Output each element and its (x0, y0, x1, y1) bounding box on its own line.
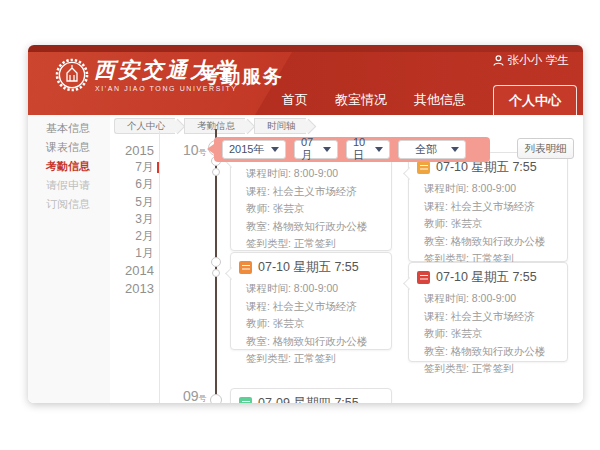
timeline-node (212, 168, 220, 176)
list-detail-button[interactable]: 列表明细 (517, 138, 574, 159)
card-body: 课程时间: 8:00-9:00 课程: 社会主义市场经济 教师: 张芸京 教室:… (409, 178, 567, 274)
breadcrumb-timeline[interactable]: 时间轴 (254, 118, 306, 134)
user-role: 学生 (546, 53, 569, 68)
nav-item-other-info[interactable]: 其他信息 (414, 85, 466, 115)
user-menu[interactable]: 张小小 学生 (493, 53, 570, 68)
timeline-month[interactable]: 7月 (112, 159, 154, 176)
sidebar-item-schedule-info[interactable]: 课表信息 (46, 140, 90, 155)
timeline-month[interactable]: 2月 (112, 228, 154, 245)
sidebar-item-basic-info[interactable]: 基本信息 (46, 121, 90, 136)
banner-top-strip (28, 45, 583, 52)
breadcrumb-personal-center[interactable]: 个人中心 (114, 118, 175, 134)
page-background: 西安交通大学 XI'AN JIAO TONG UNIVERSITY 考勤服务 张… (0, 0, 600, 450)
timeline-node (210, 394, 222, 403)
timeline-year-month-list: 2015 7月 6月 5月 3月 2月 1月 2014 2013 (112, 142, 154, 297)
day-marker-10: 10号 (183, 141, 207, 159)
chevron-down-icon (375, 147, 383, 152)
attendance-card: 07-10 星期五 7:55 课程时间: 8:00-9:00 课程: 社会主义市… (230, 252, 392, 350)
current-month-marker (157, 162, 159, 173)
content-area: 基本信息 课表信息 考勤信息 请假申请 订阅信息 个人中心 考勤信息 时间轴 2… (28, 115, 583, 403)
month-select[interactable]: 07月 (294, 140, 338, 159)
chevron-down-icon (271, 147, 279, 152)
user-icon (493, 55, 504, 66)
timeline-month[interactable]: 3月 (112, 211, 154, 228)
nav-tab-personal-center[interactable]: 个人中心 (493, 85, 577, 115)
day-marker-09: 09号 (183, 387, 207, 403)
nav-item-classrooms[interactable]: 教室情况 (335, 85, 387, 115)
year-select[interactable]: 2015年 (222, 140, 286, 159)
chevron-down-icon (451, 147, 459, 152)
card-header: 07-10 星期五 7:55 (409, 263, 567, 288)
main-nav: 首页 教室情况 其他信息 个人中心 (282, 85, 583, 115)
timeline-year[interactable]: 2013 (112, 280, 154, 297)
user-name: 张小小 (508, 53, 543, 68)
card-body: 课程时间: 8:00-9:00 课程: 社会主义市场经济 教师: 张芸京 教室:… (409, 288, 567, 384)
date-filter-bar: 2015年 07月 10日 全部 (214, 137, 490, 162)
type-select[interactable]: 全部 (398, 140, 466, 159)
university-logo-icon (55, 58, 89, 92)
timeline-month[interactable]: 1月 (112, 245, 154, 262)
app-title: 考勤服务 (200, 64, 284, 90)
nav-item-home[interactable]: 首页 (282, 85, 308, 115)
card-header: 07-10 星期五 7:55 (231, 253, 391, 278)
app-window: 西安交通大学 XI'AN JIAO TONG UNIVERSITY 考勤服务 张… (28, 45, 583, 403)
attendance-type-badge-icon (239, 397, 252, 403)
sidebar-item-attendance-info[interactable]: 考勤信息 (46, 159, 90, 174)
timeline-node (211, 257, 221, 267)
month-column-divider (159, 131, 160, 403)
attendance-card: 07-09 星期四 7:55 (230, 388, 392, 403)
timeline-month[interactable]: 6月 (112, 176, 154, 193)
timeline-node (212, 269, 220, 277)
sidebar-item-subscription-info[interactable]: 订阅信息 (46, 197, 90, 212)
attendance-card: 07-10 星期五 7:55 课程时间: 8:00-9:00 课程: 社会主义市… (408, 262, 568, 362)
card-body: 课程时间: 8:00-9:00 课程: 社会主义市场经济 教师: 张芸京 教室:… (231, 278, 391, 374)
card-header: 07-09 星期四 7:55 (231, 389, 391, 403)
timeline-year[interactable]: 2014 (112, 262, 154, 279)
chevron-down-icon (323, 147, 331, 152)
card-title: 07-10 星期五 7:55 (436, 269, 537, 286)
timeline-year[interactable]: 2015 (112, 142, 154, 159)
sidebar-item-leave-request[interactable]: 请假申请 (46, 178, 90, 193)
day-select[interactable]: 10日 (346, 140, 390, 159)
card-title: 07-09 星期四 7:55 (258, 395, 359, 403)
card-title: 07-10 星期五 7:55 (258, 259, 359, 276)
attendance-type-badge-icon (417, 271, 430, 284)
attendance-card: 07-10 星期五 7:55 课程时间: 8:00-9:00 课程: 社会主义市… (408, 152, 568, 262)
attendance-type-badge-icon (239, 261, 252, 274)
attendance-type-badge-icon (417, 161, 430, 174)
card-body: 课程时间: 8:00-9:00 课程: 社会主义市场经济 教师: 张芸京 教室:… (231, 163, 391, 259)
timeline-month[interactable]: 5月 (112, 194, 154, 211)
header-banner: 西安交通大学 XI'AN JIAO TONG UNIVERSITY 考勤服务 张… (28, 45, 583, 115)
